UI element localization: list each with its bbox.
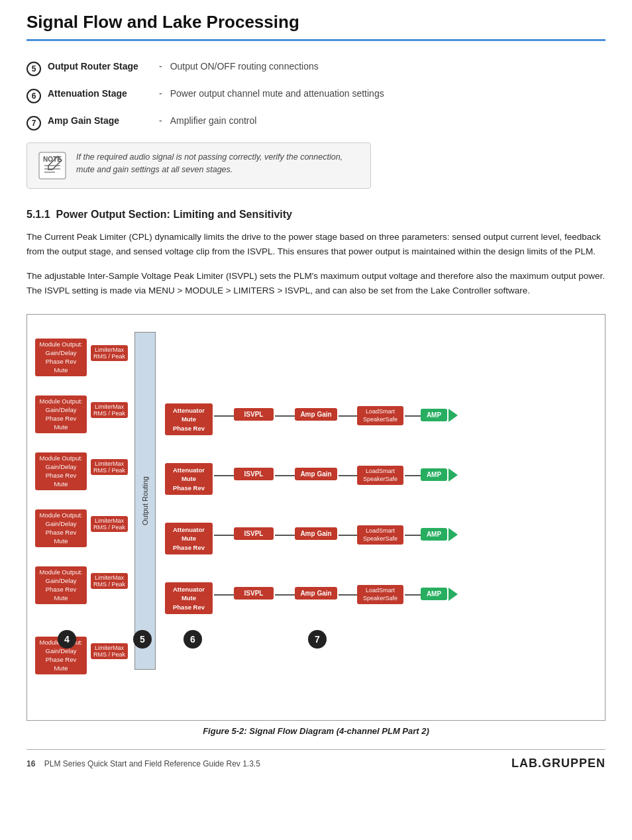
conn-isvpl-ag-2 — [275, 475, 295, 476]
diagram-caption: Figure 5-2: Signal Flow Diagram (4-chann… — [26, 726, 606, 736]
body-para-1: The Current Peak Limiter (CPL) dynamical… — [26, 230, 606, 260]
conn-isvpl-ag-3 — [275, 535, 295, 536]
att-block-1: AttenuatorMutePhase Rev — [165, 403, 213, 435]
numbered-list: 5 Output Router Stage - Output ON/OFF ro… — [26, 61, 606, 131]
conn-isvpl-ag-1 — [275, 415, 295, 417]
badge-5: 5 — [133, 630, 152, 649]
list-item-7: 7 Amp Gain Stage - Amplifier gain contro… — [26, 115, 606, 131]
circle-5: 5 — [26, 62, 41, 76]
amp-3: AMP — [421, 528, 447, 541]
body-para-2: The adjustable Inter-Sample Voltage Peak… — [26, 269, 606, 299]
item-7-label: Amp Gain Stage — [48, 115, 154, 126]
mod-block-4: Module Output:Gain/DelayPhase RevMute — [35, 509, 87, 547]
ampgain-4: Amp Gain — [295, 587, 337, 600]
section-number: 5.1.1 — [26, 209, 50, 220]
mod-block-1: Module Output:Gain/DelayPhase RevMute — [35, 339, 87, 376]
loadsmart-1: LoadSmartSpeakerSafe — [357, 406, 403, 425]
list-item-6: 6 Attenuation Stage - Power output chann… — [26, 88, 606, 103]
diagram-container: Module Output:Gain/DelayPhase RevMute Li… — [26, 314, 606, 721]
footer-left: 16 PLM Series Quick Start and Field Refe… — [26, 759, 260, 768]
item-7-desc: Amplifier gain control — [170, 115, 257, 126]
badge-7: 7 — [308, 630, 327, 649]
att-block-2: AttenuatorMutePhase Rev — [165, 463, 213, 495]
isvpl-3: ISVPL — [234, 527, 274, 540]
amp-1: AMP — [421, 409, 447, 421]
conn-ls-amp-3 — [405, 535, 421, 536]
list-item-5: 5 Output Router Stage - Output ON/OFF ro… — [26, 61, 606, 76]
amp-4: AMP — [421, 588, 447, 600]
item-5-dash: - — [159, 61, 162, 72]
amp-arrow-3 — [448, 528, 458, 541]
conn-ag-ls-1 — [339, 415, 357, 417]
loadsmart-3: LoadSmartSpeakerSafe — [357, 525, 403, 545]
output-routing-label: Output Routing — [141, 476, 149, 525]
ampgain-3: Amp Gain — [295, 527, 337, 540]
badge-6: 6 — [184, 630, 202, 649]
page-number: 16 — [26, 759, 35, 768]
ampgain-2: Amp Gain — [295, 468, 337, 480]
amp-arrow-1 — [448, 409, 458, 422]
section-511: 5.1.1 Power Output Section: Limiting and… — [26, 209, 606, 298]
limiter-3: LimiterMaxRMS / Peak — [91, 459, 128, 475]
amp-arrow-2 — [448, 468, 458, 482]
conn-ag-ls-3 — [339, 535, 357, 536]
section-title: Power Output Section: Limiting and Sensi… — [56, 209, 291, 220]
limiter-6: LimiterMaxRMS / Peak — [91, 643, 128, 659]
conn-isvpl-ag-4 — [275, 594, 295, 596]
conn-ls-amp-4 — [405, 594, 421, 596]
item-7-dash: - — [159, 115, 162, 126]
note-box: NOTE If the required audio signal is not… — [26, 142, 371, 189]
conn-att-isvpl-4 — [214, 594, 234, 596]
page-footer: 16 PLM Series Quick Start and Field Refe… — [26, 749, 606, 770]
amp-arrow-4 — [448, 588, 458, 601]
conn-ag-ls-2 — [339, 475, 357, 476]
note-text: If the required audio signal is not pass… — [76, 151, 360, 176]
conn-att-isvpl-3 — [214, 535, 234, 536]
output-routing-box: Output Routing — [134, 332, 156, 670]
limiter-1: LimiterMaxRMS / Peak — [91, 345, 128, 361]
att-block-4: AttenuatorMutePhase Rev — [165, 582, 213, 614]
limiter-5: LimiterMaxRMS / Peak — [91, 573, 128, 589]
footer-logo: LAB.GRUPPEN — [511, 757, 606, 770]
conn-ag-ls-4 — [339, 594, 357, 596]
page: Signal Flow and Lake Processing 5 Output… — [0, 0, 632, 797]
badge-4: 4 — [58, 630, 76, 649]
item-6-desc: Power output channel mute and attenuatio… — [170, 88, 384, 99]
item-6-dash: - — [159, 88, 162, 99]
page-header: Signal Flow and Lake Processing — [26, 0, 606, 41]
item-6-label: Attenuation Stage — [48, 88, 154, 99]
mod-block-5: Module Output:Gain/DelayPhase RevMute — [35, 566, 87, 604]
footer-text: PLM Series Quick Start and Field Referen… — [44, 759, 260, 768]
conn-att-isvpl-2 — [214, 475, 234, 476]
ampgain-1: Amp Gain — [295, 408, 337, 421]
mod-block-2: Module Output:Gain/DelayPhase RevMute — [35, 395, 87, 433]
amp-2: AMP — [421, 468, 447, 481]
circle-7: 7 — [26, 116, 41, 131]
circle-6: 6 — [26, 89, 41, 103]
mod-block-3: Module Output:Gain/DelayPhase RevMute — [35, 452, 87, 490]
isvpl-4: ISVPL — [234, 587, 274, 600]
loadsmart-2: LoadSmartSpeakerSafe — [357, 466, 403, 485]
isvpl-2: ISVPL — [234, 468, 274, 480]
item-5-label: Output Router Stage — [48, 61, 154, 72]
section-heading: 5.1.1 Power Output Section: Limiting and… — [26, 209, 606, 221]
note-icon: NOTE — [38, 151, 67, 180]
conn-ls-amp-1 — [405, 415, 421, 417]
isvpl-1: ISVPL — [234, 408, 274, 421]
limiter-4: LimiterMaxRMS / Peak — [91, 516, 128, 532]
att-block-3: AttenuatorMutePhase Rev — [165, 523, 213, 554]
limiter-2: LimiterMaxRMS / Peak — [91, 402, 128, 418]
loadsmart-4: LoadSmartSpeakerSafe — [357, 585, 403, 604]
conn-att-isvpl-1 — [214, 415, 234, 417]
page-title: Signal Flow and Lake Processing — [26, 12, 606, 32]
item-5-desc: Output ON/OFF routing connections — [170, 61, 319, 72]
conn-ls-amp-2 — [405, 475, 421, 476]
signal-flow-diagram: Module Output:Gain/DelayPhase RevMute Li… — [35, 325, 605, 709]
